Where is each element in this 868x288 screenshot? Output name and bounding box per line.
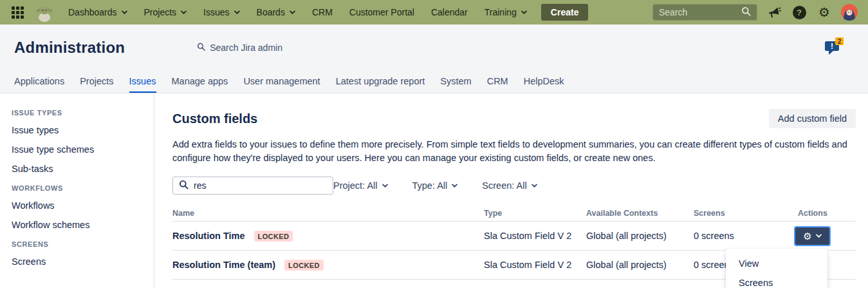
notification-badge: 2 [838, 38, 842, 45]
column-header-screens: Screens [694, 209, 798, 218]
field-screens: 0 screens [694, 231, 734, 241]
nav-customer-portal[interactable]: Customer Portal [349, 7, 414, 17]
filter-type-label: Type: All [412, 180, 448, 191]
column-header-name: Name [172, 209, 484, 218]
app-logo[interactable] [35, 3, 54, 22]
nav-issues-label: Issues [203, 7, 229, 17]
tab-system[interactable]: System [440, 71, 471, 93]
grid-icon [10, 5, 24, 19]
global-search[interactable] [652, 4, 757, 21]
topbar-right-cluster: ? ⚙ [652, 4, 858, 21]
sidebar-item-issue-types[interactable]: Issue types [12, 125, 146, 136]
menu-item-screens[interactable]: Screens [726, 273, 827, 288]
field-contexts: Global (all projects) [586, 260, 667, 270]
tab-issues[interactable]: Issues [129, 71, 156, 93]
sidebar-item-sub-tasks[interactable]: Sub-tasks [12, 164, 146, 175]
primary-nav: Dashboards Projects Issues Boards CRM Cu… [68, 7, 527, 17]
nav-training[interactable]: Training [485, 7, 527, 17]
column-header-type: Type [484, 209, 586, 218]
section-title: Custom fields [172, 111, 257, 126]
search-icon [741, 6, 751, 19]
notification-icon[interactable]: ! 2 [823, 36, 845, 59]
column-header-actions: Actions [798, 209, 856, 218]
nav-issues[interactable]: Issues [203, 7, 239, 17]
create-button[interactable]: Create [541, 4, 589, 21]
chevron-down-icon [452, 184, 457, 187]
filter-row: Project: All Type: All Screen: All [172, 177, 856, 195]
page-title: Administration [14, 39, 125, 57]
nav-projects[interactable]: Projects [144, 7, 187, 17]
admin-search[interactable]: Search Jira admin [197, 43, 282, 53]
nav-dashboards[interactable]: Dashboards [68, 7, 127, 17]
chevron-down-icon [181, 10, 187, 14]
column-header-available-contexts: Available Contexts [586, 209, 694, 218]
chevron-down-icon [521, 10, 527, 14]
nav-boards-label: Boards [257, 7, 285, 17]
custom-field-search-input[interactable] [194, 180, 327, 191]
tab-manage-apps[interactable]: Manage apps [172, 71, 228, 93]
nav-training-label: Training [485, 7, 517, 17]
tab-helpdesk[interactable]: HelpDesk [524, 71, 564, 93]
field-name: Resolution Time [172, 231, 245, 241]
svg-text:!: ! [831, 42, 833, 51]
question-mark-glyph: ? [793, 6, 806, 19]
chevron-down-icon [382, 184, 388, 187]
section-description: Add extra fields to your issues to defin… [172, 138, 854, 165]
tab-projects[interactable]: Projects [80, 71, 113, 93]
locked-badge: LOCKED [284, 260, 324, 271]
sidebar-item-workflow-schemes[interactable]: Workflow schemes [12, 220, 146, 231]
table-row: Resolution Time LOCKED Sla Custom Field … [172, 222, 856, 251]
menu-item-view[interactable]: View [726, 254, 827, 273]
filter-project[interactable]: Project: All [333, 180, 388, 191]
sidebar-section-workflows: WORKFLOWS Workflows Workflow schemes [12, 184, 146, 231]
user-avatar[interactable] [841, 4, 858, 21]
locked-badge: LOCKED [254, 231, 293, 242]
page: Dashboards Projects Issues Boards CRM Cu… [0, 0, 868, 288]
sidebar-item-screens[interactable]: Screens [12, 256, 146, 267]
filter-screen-label: Screen: All [482, 180, 526, 191]
global-search-input[interactable] [659, 7, 741, 17]
nav-dashboards-label: Dashboards [68, 7, 117, 17]
chevron-down-icon [290, 10, 295, 14]
help-icon[interactable]: ? [791, 4, 808, 21]
chevron-down-icon [234, 10, 240, 14]
field-type: Sla Custom Field V 2 [484, 231, 571, 241]
app-switcher-grid-icon[interactable] [10, 5, 24, 19]
tab-user-management[interactable]: User management [243, 71, 320, 93]
search-icon [197, 43, 205, 53]
field-type: Sla Custom Field V 2 [484, 260, 571, 270]
sidebar-section-title: SCREENS [12, 240, 146, 248]
nav-boards[interactable]: Boards [257, 7, 295, 17]
tab-crm[interactable]: CRM [487, 71, 508, 93]
chevron-down-icon [122, 10, 127, 14]
sidebar-section-title: WORKFLOWS [12, 184, 146, 192]
row-actions-button[interactable]: ⚙ [794, 226, 831, 246]
gear-icon: ⚙ [803, 231, 811, 241]
nav-calendar[interactable]: Calendar [431, 7, 468, 17]
sidebar-item-workflows[interactable]: Workflows [12, 200, 146, 211]
sidebar-section-screens: SCREENS Screens [12, 240, 146, 267]
nav-crm[interactable]: CRM [312, 7, 333, 17]
filter-type[interactable]: Type: All [412, 180, 458, 191]
nav-calendar-label: Calendar [431, 7, 468, 17]
sidebar-item-issue-type-schemes[interactable]: Issue type schemes [12, 144, 146, 155]
search-icon [179, 180, 189, 192]
field-contexts: Global (all projects) [586, 231, 667, 241]
tab-latest-upgrade-report[interactable]: Latest upgrade report [336, 71, 425, 93]
sidebar: ISSUE TYPES Issue types Issue type schem… [0, 93, 154, 288]
actions-dropdown-menu: View Screens [726, 249, 827, 288]
settings-gear-icon[interactable]: ⚙ [816, 4, 833, 21]
filter-screen[interactable]: Screen: All [482, 180, 537, 191]
filter-project-label: Project: All [333, 180, 378, 191]
add-custom-field-button[interactable]: Add custom field [769, 109, 856, 128]
tab-applications[interactable]: Applications [14, 71, 64, 93]
sidebar-section-title: ISSUE TYPES [12, 109, 146, 117]
sidebar-section-issue-types: ISSUE TYPES Issue types Issue type schem… [12, 109, 146, 175]
chevron-down-icon [816, 234, 822, 238]
nav-customer-portal-label: Customer Portal [349, 7, 414, 17]
top-app-bar: Dashboards Projects Issues Boards CRM Cu… [0, 0, 868, 24]
custom-field-search[interactable] [172, 177, 333, 195]
admin-tabs: Applications Projects Issues Manage apps… [0, 71, 868, 93]
announcements-megaphone-icon[interactable] [766, 4, 782, 21]
chevron-down-icon [531, 184, 537, 187]
